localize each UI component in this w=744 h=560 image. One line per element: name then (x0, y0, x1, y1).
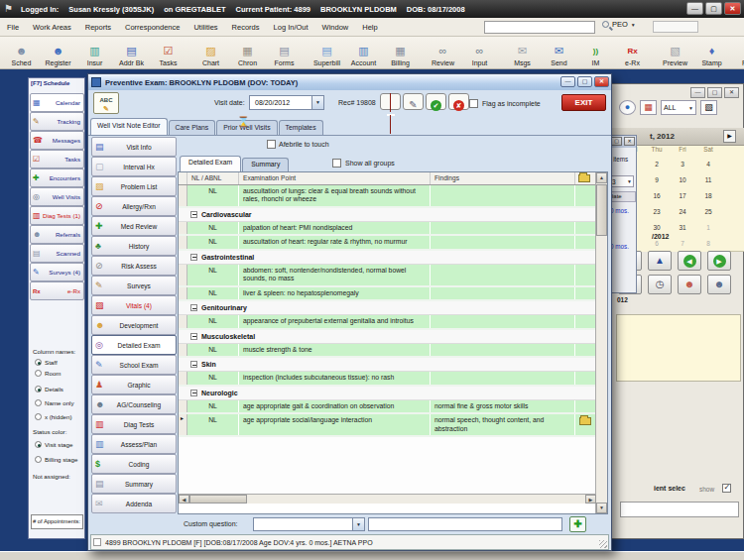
history-close-button[interactable]: ✕ (624, 137, 635, 146)
folder-icon[interactable] (579, 417, 591, 425)
toolbar-button-pref[interactable]: ⚙Pref (730, 45, 744, 67)
status-cell[interactable]: NL (187, 344, 239, 356)
scroll-left-arrow[interactable]: ◀ (179, 495, 189, 504)
chevron-down-icon[interactable]: ▼ (352, 518, 364, 530)
nav-button-diag-tests[interactable]: ▥Diag Tests (91, 414, 177, 434)
scrollbar-thumb[interactable] (596, 184, 607, 236)
exam-item-row[interactable]: NLmuscle strength & tone (179, 344, 596, 358)
exit-button[interactable]: EXIT (561, 94, 606, 111)
status-cell[interactable]: NL (187, 265, 239, 285)
sidebar-item-well-visits[interactable]: ◎Well Visits (30, 187, 84, 206)
menu-item-help[interactable]: Help (355, 23, 384, 32)
status-cell[interactable]: NL (187, 400, 239, 412)
toolbar-button-send[interactable]: ✉Send (541, 45, 577, 67)
exam-tab-summary[interactable]: Summary (242, 158, 289, 171)
chevron-down-icon[interactable]: ▼ (311, 96, 323, 109)
menu-item-log-in-out[interactable]: Log In/Out (267, 23, 315, 32)
next-month-button[interactable]: ▶ (723, 130, 736, 143)
exam-item-row[interactable]: NLpalpation of heart: PMI nondisplaced (179, 222, 596, 236)
sidebar-item-surveys-4[interactable]: ✎Surveys (4) (30, 263, 84, 281)
collapse-icon[interactable] (190, 361, 197, 368)
menu-search-input[interactable] (484, 21, 595, 34)
exam-item-row[interactable]: NLage appropriate gait & coordination on… (179, 400, 596, 414)
collapse-icon[interactable] (190, 304, 197, 311)
radio-staff[interactable] (35, 359, 42, 366)
dialog-maximize-button[interactable]: ▢ (577, 76, 592, 87)
menu-item-correspondence[interactable]: Correspondence (118, 23, 186, 32)
exam-point-cell[interactable]: auscultation of lungs: clear & equal bre… (239, 185, 431, 206)
findings-cell[interactable] (431, 344, 575, 356)
nav-button-detailed-exam[interactable]: ◎Detailed Exam (91, 335, 177, 355)
calendar-icon[interactable]: ▦ (640, 100, 657, 115)
status-cell[interactable]: NL (187, 236, 239, 248)
exam-tab-detailed-exam[interactable]: Detailed Exam (180, 156, 241, 171)
day-cell[interactable]: 11 (695, 172, 721, 188)
collapse-icon[interactable] (190, 390, 197, 396)
clock-button[interactable]: ◷ (648, 275, 672, 294)
sidebar-item-e-rx[interactable]: Rxe-Rx (30, 281, 84, 300)
exam-item-row[interactable]: NLappearance of prepubertal external gen… (179, 315, 596, 329)
dialog-close-button[interactable]: ✕ (594, 76, 609, 87)
radio-room[interactable] (35, 370, 42, 377)
sidebar-item-calendar[interactable]: ▦Calendar (30, 93, 84, 112)
next-day-button[interactable]: ▶ (707, 251, 731, 271)
toolbar-button-stamp[interactable]: ♦Stamp (693, 45, 730, 67)
dialog-titlebar[interactable]: Preventive Exam: BROOKLYN PLDOBM (DOV: T… (88, 74, 611, 90)
dialog-minimize-button[interactable]: — (560, 76, 575, 87)
toolbar-button-msgs[interactable]: ✉Msgs (504, 45, 541, 67)
day-cell[interactable]: 23 (644, 204, 670, 220)
nav-button-ag-counseling[interactable]: ☻AG/Counseling (91, 394, 177, 414)
remove-button[interactable] (380, 93, 401, 110)
appointment-list[interactable] (616, 314, 741, 382)
toolbar-button-preview[interactable]: ▧Preview (657, 45, 693, 67)
collapse-icon[interactable] (190, 211, 197, 218)
exam-group-row[interactable]: Cardiovascular (179, 208, 596, 222)
radio-details[interactable] (35, 386, 42, 392)
edit-button[interactable]: ✎ (403, 93, 424, 110)
exam-item-row[interactable]: NLabdomen: soft, nontender/nondistended,… (179, 265, 596, 287)
radio-billing-stage[interactable] (35, 456, 42, 463)
findings-cell[interactable] (431, 265, 575, 285)
toolbar-button-sched[interactable]: ☻Sched (3, 45, 40, 67)
day-cell[interactable]: 16 (644, 188, 670, 204)
scroll-up-arrow[interactable]: ▲ (596, 172, 607, 183)
calendar-minimize-button[interactable]: — (690, 87, 705, 98)
menu-item-work-areas[interactable]: Work Areas (26, 23, 78, 32)
exam-group-row[interactable]: Skin (179, 358, 596, 372)
vertical-scrollbar[interactable]: ▲ ▼ (595, 172, 607, 513)
day-cell[interactable]: 24 (670, 204, 695, 220)
nav-button-history[interactable]: ♣History (91, 236, 177, 256)
day-cell[interactable]: 2 (644, 157, 670, 172)
exam-group-row[interactable]: Neurologic (179, 387, 596, 400)
education-button[interactable]: ▲ (648, 251, 672, 271)
nav-button-problem-list[interactable]: ▨Problem List (91, 176, 177, 196)
radio-name-only[interactable] (35, 399, 42, 406)
exam-item-row[interactable]: NLinspection (includes subcutaneous tiss… (179, 372, 596, 386)
findings-cell[interactable] (431, 315, 575, 327)
nav-button-med-review[interactable]: ✚Med Review (91, 216, 177, 236)
toolbar-button-billing[interactable]: ▦Billing (382, 45, 419, 67)
collapse-icon[interactable] (190, 254, 197, 261)
menu-item-reports[interactable]: Reports (78, 23, 118, 32)
scroll-down-arrow[interactable]: ▼ (596, 503, 607, 513)
flag-incomplete-checkbox[interactable] (469, 99, 478, 108)
radio-visit-stage[interactable] (35, 441, 42, 448)
exam-point-cell[interactable]: auscultation of heart: regular rate & rh… (239, 236, 431, 248)
exam-group-row[interactable]: Musculoskeletal (179, 330, 596, 344)
app-close-button[interactable]: ✕ (724, 2, 741, 15)
menu-item-file[interactable]: File (0, 23, 26, 32)
nav-button-vitals-4[interactable]: ▨Vitals (4) (91, 295, 177, 315)
menu-item-utilities[interactable]: Utilities (186, 23, 224, 32)
status-cell[interactable]: NL (187, 315, 239, 327)
horizontal-scrollbar[interactable]: ◀ ▶ (179, 494, 596, 504)
sidebar-item-tasks[interactable]: ☑Tasks (30, 150, 84, 168)
status-cell[interactable]: NL (187, 414, 239, 435)
exam-point-cell[interactable]: palpation of heart: PMI nondisplaced (239, 222, 431, 234)
toolbar-button-insur[interactable]: ▥Insur (76, 45, 113, 67)
custom-question-input[interactable] (368, 517, 562, 531)
day-cell[interactable]: 8 (695, 236, 721, 252)
prev-day-button[interactable]: ◀ (678, 251, 701, 271)
show-all-groups-checkbox[interactable] (332, 159, 341, 168)
tab-care-plans[interactable]: Care Plans (169, 120, 216, 135)
toolbar-button-input[interactable]: ∞Input (461, 45, 498, 67)
